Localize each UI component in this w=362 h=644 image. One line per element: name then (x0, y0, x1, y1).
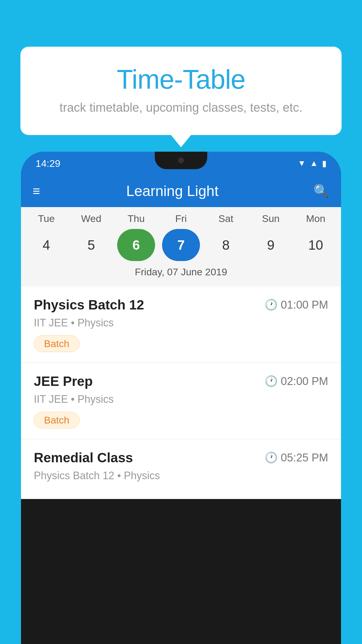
day-9[interactable]: 9 (252, 229, 290, 261)
status-time: 14:29 (36, 158, 60, 169)
status-icons: ▼ ▲ ▮ (298, 159, 326, 168)
search-icon[interactable]: 🔍 (313, 183, 329, 199)
day-8[interactable]: 8 (207, 229, 245, 261)
item-header-1: JEE Prep 🕐 02:00 PM (34, 373, 328, 389)
signal-icon: ▲ (310, 159, 318, 168)
item-subtitle-1: IIT JEE • Physics (34, 393, 328, 405)
item-time-0: 🕐 01:00 PM (265, 299, 328, 311)
app-bar: ≡ Learning Light 🔍 (21, 175, 341, 207)
phone-inner: 14:29 ▼ ▲ ▮ ≡ Learning Light 🔍 Tue Wed T… (21, 152, 341, 644)
notch (155, 152, 207, 169)
camera-dot (178, 158, 184, 163)
clock-icon-0: 🕐 (265, 299, 278, 311)
item-time-1: 🕐 02:00 PM (265, 375, 328, 388)
bubble-subtitle: track timetable, upcoming classes, tests… (44, 101, 318, 115)
item-title-2: Remedial Class (34, 450, 133, 466)
schedule-item-1[interactable]: JEE Prep 🕐 02:00 PM IIT JEE • Physics Ba… (21, 363, 341, 439)
schedule-item-2[interactable]: Remedial Class 🕐 05:25 PM Physics Batch … (21, 439, 341, 499)
day-header-wed: Wed (72, 213, 110, 224)
day-header-mon: Mon (297, 213, 335, 224)
day-7-selected[interactable]: 7 (162, 229, 200, 261)
day-headers: Tue Wed Thu Fri Sat Sun Mon (21, 213, 341, 224)
day-header-sun: Sun (252, 213, 290, 224)
clock-icon-1: 🕐 (265, 375, 278, 387)
day-numbers: 4 5 6 7 8 9 10 (21, 229, 341, 261)
status-bar: 14:29 ▼ ▲ ▮ (21, 152, 341, 175)
day-10[interactable]: 10 (297, 229, 335, 261)
selected-date-label: Friday, 07 June 2019 (21, 261, 341, 284)
battery-icon: ▮ (322, 159, 326, 168)
item-title-0: Physics Batch 12 (34, 297, 144, 313)
schedule-container: Physics Batch 12 🕐 01:00 PM IIT JEE • Ph… (21, 286, 341, 499)
speech-bubble: Time-Table track timetable, upcoming cla… (20, 47, 342, 135)
item-title-1: JEE Prep (34, 373, 93, 389)
item-time-2: 🕐 05:25 PM (265, 452, 328, 464)
day-header-fri: Fri (162, 213, 200, 224)
batch-tag-1: Batch (34, 412, 80, 428)
day-4[interactable]: 4 (27, 229, 65, 261)
item-header-2: Remedial Class 🕐 05:25 PM (34, 450, 328, 466)
bubble-title: Time-Table (44, 64, 318, 95)
wifi-icon: ▼ (298, 159, 306, 168)
item-subtitle-2: Physics Batch 12 • Physics (34, 470, 328, 482)
day-header-sat: Sat (207, 213, 245, 224)
day-6-today[interactable]: 6 (117, 229, 155, 261)
phone-frame: 14:29 ▼ ▲ ▮ ≡ Learning Light 🔍 Tue Wed T… (21, 152, 341, 644)
app-bar-title: Learning Light (31, 183, 313, 200)
calendar-strip: Tue Wed Thu Fri Sat Sun Mon 4 5 6 7 8 9 … (21, 207, 341, 286)
clock-icon-2: 🕐 (265, 452, 278, 464)
schedule-item-0[interactable]: Physics Batch 12 🕐 01:00 PM IIT JEE • Ph… (21, 286, 341, 363)
item-header-0: Physics Batch 12 🕐 01:00 PM (34, 297, 328, 313)
day-5[interactable]: 5 (72, 229, 110, 261)
item-subtitle-0: IIT JEE • Physics (34, 317, 328, 329)
day-header-tue: Tue (27, 213, 65, 224)
batch-tag-0: Batch (34, 335, 80, 352)
speech-bubble-container: Time-Table track timetable, upcoming cla… (20, 47, 342, 135)
day-header-thu: Thu (117, 213, 155, 224)
